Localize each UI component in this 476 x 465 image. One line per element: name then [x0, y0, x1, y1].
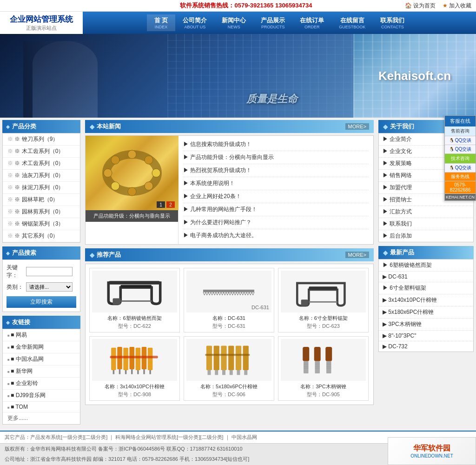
news-list: ▶ 信息搜索功能升级成功！ ▶ 产品功能升级：分横向与垂向显示 ▶ 热烈祝贺系统… [183, 138, 369, 242]
product-type: 型号：DC-908 [92, 391, 177, 398]
product-card[interactable]: 名称：3x140x10PC什棉锉 型号：DC-908 [89, 336, 180, 401]
category-item[interactable]: ※ 其它系列（0） [3, 230, 80, 242]
about-lianxi[interactable]: ▶ 联系我们 [379, 218, 473, 230]
nav-order[interactable]: 在线订单 ORDER [292, 14, 331, 31]
svg-rect-10 [113, 298, 121, 305]
cs-hotline-label: 服务热线 [445, 173, 476, 181]
search-box: 关键字： 类别： 请选择... 立即搜索 [2, 259, 80, 312]
search-button[interactable]: 立即搜索 [7, 296, 76, 308]
news-more-btn[interactable]: MORE> [345, 123, 369, 130]
svg-rect-16 [301, 299, 308, 306]
svg-rect-29 [148, 348, 153, 370]
cs-hotline-number: 0579-82262686 [445, 181, 476, 194]
product-card[interactable]: 名称：3PC木柄钢锉 型号：DC-905 [278, 336, 369, 401]
search-category-label: 类别： [7, 283, 26, 291]
svg-rect-30 [150, 370, 152, 374]
category-item[interactable]: ※ 木工齿系列（0） [3, 146, 80, 158]
news-content-area: 1 2 产品功能升级：分横向与垂向显示 ▶ 信息搜索功能升级成功！ ▶ 产品功能… [85, 135, 374, 245]
product-card[interactable]: 名称：5x180x6PC什棉锉 型号：DC-906 [184, 336, 274, 401]
product-name: 名称：6塑柄镀铬然而架 [92, 315, 177, 322]
svg-rect-46 [304, 361, 309, 373]
hotline-text: 软件系统销售热线：0579-3921365 13065934734 [180, 1, 312, 10]
nav-guestbook[interactable]: 在线留言 GUESTBOOK [331, 14, 373, 31]
latest-item[interactable]: ▶ DC-631 [379, 272, 473, 282]
news-img-dot-2[interactable]: 2 [166, 201, 175, 208]
latest-item[interactable]: ▶ 6寸全塑料锯架 [379, 282, 473, 294]
svg-rect-20 [119, 369, 121, 374]
news-item[interactable]: ▶ 电子商务成功的九大途径。 [183, 232, 257, 239]
friends-item[interactable]: ■ 网易 [3, 329, 80, 341]
nav-home[interactable]: 首 页 INDEX [147, 14, 176, 31]
about-houtai[interactable]: ▶ 后台添加 [379, 230, 473, 242]
product-category-title: 产品分类 [2, 120, 80, 133]
product-card[interactable]: DC-631 名称：DC-631 型号：DC-631 [184, 268, 274, 332]
svg-rect-49 [326, 347, 332, 361]
news-section-header: ◆ 本站新闻 MORE> [85, 120, 374, 133]
category-item[interactable]: ※ 术工齿系列（0） [3, 158, 80, 170]
svg-rect-28 [144, 369, 145, 374]
product-type: 型号：DC-631 [186, 323, 271, 330]
nav-products[interactable]: 产品展示 PRODUCTS [253, 14, 292, 31]
search-input[interactable] [26, 267, 73, 276]
about-huikuan[interactable]: ▶ 汇款方式 [379, 206, 473, 218]
friends-item[interactable]: ■ 金华新闻网 [3, 341, 80, 353]
news-item[interactable]: ▶ 为什么要进行网站推广？ [183, 219, 251, 226]
friends-item[interactable]: ■ 新华网 [3, 365, 80, 378]
latest-item[interactable]: ▶ 3x140x10PC什棉锉 [379, 294, 473, 306]
friends-more[interactable]: 更多...... [3, 412, 80, 424]
category-item[interactable]: ※ 抹泥刀系列（0） [3, 182, 80, 194]
news-item[interactable]: ▶ 产品功能升级：分横向与垂向显示 [183, 154, 274, 160]
cs-qq3-link[interactable]: QQ交谈 [455, 165, 472, 171]
download-banner[interactable]: 华军软件园 ONLINEDOWN.NET [388, 437, 476, 464]
news-item[interactable]: ▶ 企业上网好处20条！ [183, 193, 241, 199]
product-card[interactable]: 名称：6寸全塑料锯架 型号：DC-623 [278, 268, 369, 332]
search-category-select[interactable]: 请选择... [26, 282, 73, 292]
cs-qq1-link[interactable]: QQ交谈 [455, 137, 472, 144]
latest-item[interactable]: ▶ DC-732 [379, 341, 473, 352]
nav-contact[interactable]: 联系我们 CONTACTS [373, 14, 412, 31]
svg-point-7 [104, 169, 112, 177]
svg-rect-34 [214, 345, 219, 370]
product-card[interactable]: 名称：6塑柄镀铬然而架 型号：DC-622 [89, 268, 180, 332]
svg-rect-33 [208, 370, 211, 375]
product-search-title: 产品搜索 [2, 246, 80, 259]
nav-about[interactable]: 公司简介 ABOUT US [175, 14, 214, 31]
latest-item[interactable]: ▶ 6塑柄镀铬然而架 [379, 259, 473, 272]
news-title: ◆ 本站新闻 [90, 122, 121, 131]
news-item[interactable]: ▶ 信息搜索功能升级成功！ [183, 141, 251, 147]
main-navigation: 首 页 INDEX 公司简介 ABOUT US 新闻中心 NEWS 产品展示 P… [83, 12, 476, 34]
svg-rect-35 [215, 370, 218, 375]
news-item[interactable]: ▶ 本系统使用说明！ [183, 180, 235, 186]
products-title: 推荐产品 [97, 251, 121, 259]
friends-item[interactable]: ■ 中国水晶网 [3, 353, 80, 365]
category-item[interactable]: ※ 锉刀系列（9） [3, 133, 80, 146]
latest-item[interactable]: ▶ 5x180x6PC什棉锉 [379, 306, 473, 319]
category-item[interactable]: ※ 油灰刀系列（0） [3, 170, 80, 182]
product-name: 名称：5x180x6PC什棉锉 [186, 383, 271, 390]
add-favorite-btn[interactable]: ★ 加入收藏 [443, 2, 471, 10]
friends-item[interactable]: ■ TOM [3, 402, 80, 412]
svg-rect-17 [112, 348, 117, 370]
category-item[interactable]: ※ 钢锯架系列（3） [3, 218, 80, 230]
svg-rect-18 [113, 370, 115, 374]
products-more-btn[interactable]: MORE> [345, 252, 369, 258]
latest-item[interactable]: ▶ 8"-10"3PC" [379, 331, 473, 341]
news-img-dot-1[interactable]: 1 [157, 201, 165, 208]
friends-item[interactable]: ■ DJ99音乐网 [3, 390, 80, 402]
svg-point-3 [152, 169, 160, 177]
friends-item[interactable]: ■ 企业彩铃 [3, 378, 80, 390]
category-item[interactable]: ※ 园林草耙（0） [3, 194, 80, 206]
svg-point-2 [145, 156, 153, 164]
friends-links-section: 友链接 ■ 网易 ■ 金华新闻网 ■ 中国水晶网 ■ 新华网 ■ 企业彩铃 ■ … [2, 316, 80, 425]
category-item[interactable]: ※ 园林剪系列（0） [3, 206, 80, 218]
latest-item[interactable]: ▶ 3PC木柄钢锉 [379, 319, 473, 331]
cs-qq2-link[interactable]: QQ交谈 [455, 146, 472, 153]
news-item[interactable]: ▶ 几种常用的网站推广手段！ [183, 206, 257, 213]
svg-rect-25 [136, 348, 141, 370]
product-type: 型号：DC-905 [281, 391, 366, 398]
svg-rect-43 [245, 370, 248, 375]
svg-rect-24 [131, 369, 133, 374]
news-item[interactable]: ▶ 热烈祝贺系统升级成功！ [183, 167, 251, 173]
set-home-btn[interactable]: 🏠 设为首页 [405, 2, 436, 10]
nav-news[interactable]: 新闻中心 NEWS [214, 14, 253, 31]
